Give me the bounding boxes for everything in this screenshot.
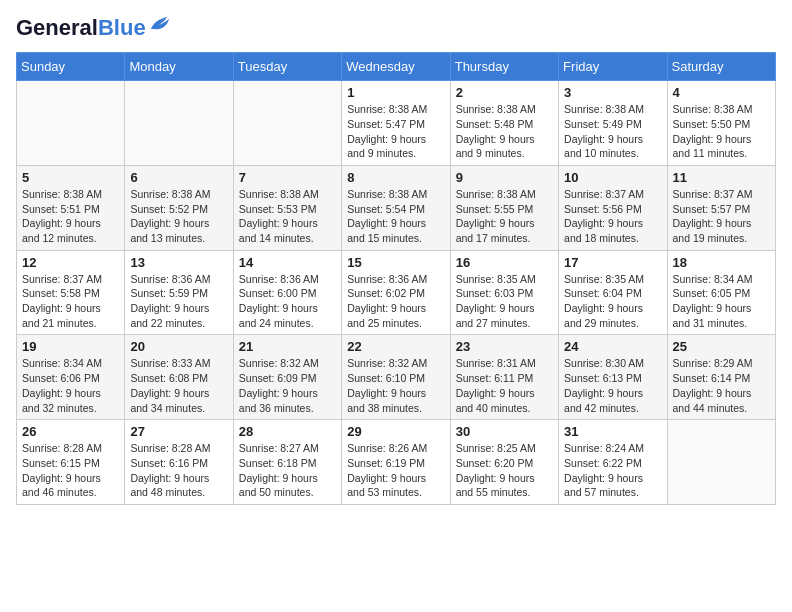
weekday-header: Sunday <box>17 53 125 81</box>
day-number: 19 <box>22 339 119 354</box>
calendar-cell: 8Sunrise: 8:38 AMSunset: 5:54 PMDaylight… <box>342 165 450 250</box>
day-info: Sunrise: 8:31 AMSunset: 6:11 PMDaylight:… <box>456 356 553 415</box>
day-number: 11 <box>673 170 770 185</box>
day-info: Sunrise: 8:32 AMSunset: 6:09 PMDaylight:… <box>239 356 336 415</box>
page-header: GeneralBlue <box>16 16 776 40</box>
day-info: Sunrise: 8:24 AMSunset: 6:22 PMDaylight:… <box>564 441 661 500</box>
day-number: 25 <box>673 339 770 354</box>
day-number: 28 <box>239 424 336 439</box>
day-number: 3 <box>564 85 661 100</box>
calendar-week-row: 12Sunrise: 8:37 AMSunset: 5:58 PMDayligh… <box>17 250 776 335</box>
calendar-cell: 11Sunrise: 8:37 AMSunset: 5:57 PMDayligh… <box>667 165 775 250</box>
day-info: Sunrise: 8:35 AMSunset: 6:04 PMDaylight:… <box>564 272 661 331</box>
day-number: 27 <box>130 424 227 439</box>
calendar-cell: 13Sunrise: 8:36 AMSunset: 5:59 PMDayligh… <box>125 250 233 335</box>
day-number: 20 <box>130 339 227 354</box>
day-number: 10 <box>564 170 661 185</box>
calendar-week-row: 5Sunrise: 8:38 AMSunset: 5:51 PMDaylight… <box>17 165 776 250</box>
logo-bird-icon <box>149 15 171 33</box>
calendar-week-row: 19Sunrise: 8:34 AMSunset: 6:06 PMDayligh… <box>17 335 776 420</box>
calendar-cell: 10Sunrise: 8:37 AMSunset: 5:56 PMDayligh… <box>559 165 667 250</box>
day-number: 31 <box>564 424 661 439</box>
day-number: 7 <box>239 170 336 185</box>
calendar-cell: 18Sunrise: 8:34 AMSunset: 6:05 PMDayligh… <box>667 250 775 335</box>
day-info: Sunrise: 8:25 AMSunset: 6:20 PMDaylight:… <box>456 441 553 500</box>
day-number: 6 <box>130 170 227 185</box>
day-info: Sunrise: 8:38 AMSunset: 5:50 PMDaylight:… <box>673 102 770 161</box>
day-info: Sunrise: 8:28 AMSunset: 6:15 PMDaylight:… <box>22 441 119 500</box>
calendar-week-row: 1Sunrise: 8:38 AMSunset: 5:47 PMDaylight… <box>17 81 776 166</box>
day-number: 9 <box>456 170 553 185</box>
calendar-table: SundayMondayTuesdayWednesdayThursdayFrid… <box>16 52 776 505</box>
calendar-cell: 14Sunrise: 8:36 AMSunset: 6:00 PMDayligh… <box>233 250 341 335</box>
day-info: Sunrise: 8:37 AMSunset: 5:58 PMDaylight:… <box>22 272 119 331</box>
day-number: 22 <box>347 339 444 354</box>
calendar-cell: 9Sunrise: 8:38 AMSunset: 5:55 PMDaylight… <box>450 165 558 250</box>
day-info: Sunrise: 8:38 AMSunset: 5:55 PMDaylight:… <box>456 187 553 246</box>
calendar-cell: 1Sunrise: 8:38 AMSunset: 5:47 PMDaylight… <box>342 81 450 166</box>
day-number: 16 <box>456 255 553 270</box>
day-info: Sunrise: 8:38 AMSunset: 5:54 PMDaylight:… <box>347 187 444 246</box>
calendar-cell: 2Sunrise: 8:38 AMSunset: 5:48 PMDaylight… <box>450 81 558 166</box>
weekday-header: Saturday <box>667 53 775 81</box>
weekday-header: Wednesday <box>342 53 450 81</box>
day-info: Sunrise: 8:36 AMSunset: 6:00 PMDaylight:… <box>239 272 336 331</box>
calendar-cell: 12Sunrise: 8:37 AMSunset: 5:58 PMDayligh… <box>17 250 125 335</box>
calendar-cell: 16Sunrise: 8:35 AMSunset: 6:03 PMDayligh… <box>450 250 558 335</box>
day-info: Sunrise: 8:38 AMSunset: 5:51 PMDaylight:… <box>22 187 119 246</box>
day-info: Sunrise: 8:29 AMSunset: 6:14 PMDaylight:… <box>673 356 770 415</box>
day-info: Sunrise: 8:38 AMSunset: 5:49 PMDaylight:… <box>564 102 661 161</box>
calendar-cell: 15Sunrise: 8:36 AMSunset: 6:02 PMDayligh… <box>342 250 450 335</box>
day-info: Sunrise: 8:33 AMSunset: 6:08 PMDaylight:… <box>130 356 227 415</box>
day-number: 23 <box>456 339 553 354</box>
day-number: 29 <box>347 424 444 439</box>
day-number: 30 <box>456 424 553 439</box>
day-info: Sunrise: 8:34 AMSunset: 6:05 PMDaylight:… <box>673 272 770 331</box>
day-info: Sunrise: 8:37 AMSunset: 5:57 PMDaylight:… <box>673 187 770 246</box>
day-number: 17 <box>564 255 661 270</box>
day-info: Sunrise: 8:36 AMSunset: 6:02 PMDaylight:… <box>347 272 444 331</box>
day-number: 21 <box>239 339 336 354</box>
day-info: Sunrise: 8:30 AMSunset: 6:13 PMDaylight:… <box>564 356 661 415</box>
day-info: Sunrise: 8:26 AMSunset: 6:19 PMDaylight:… <box>347 441 444 500</box>
calendar-cell: 17Sunrise: 8:35 AMSunset: 6:04 PMDayligh… <box>559 250 667 335</box>
calendar-cell: 30Sunrise: 8:25 AMSunset: 6:20 PMDayligh… <box>450 420 558 505</box>
calendar-week-row: 26Sunrise: 8:28 AMSunset: 6:15 PMDayligh… <box>17 420 776 505</box>
day-info: Sunrise: 8:27 AMSunset: 6:18 PMDaylight:… <box>239 441 336 500</box>
day-number: 2 <box>456 85 553 100</box>
calendar-cell: 20Sunrise: 8:33 AMSunset: 6:08 PMDayligh… <box>125 335 233 420</box>
day-number: 13 <box>130 255 227 270</box>
calendar-cell: 7Sunrise: 8:38 AMSunset: 5:53 PMDaylight… <box>233 165 341 250</box>
day-info: Sunrise: 8:38 AMSunset: 5:53 PMDaylight:… <box>239 187 336 246</box>
day-number: 24 <box>564 339 661 354</box>
day-number: 26 <box>22 424 119 439</box>
calendar-cell: 31Sunrise: 8:24 AMSunset: 6:22 PMDayligh… <box>559 420 667 505</box>
calendar-cell <box>233 81 341 166</box>
day-number: 12 <box>22 255 119 270</box>
weekday-header: Monday <box>125 53 233 81</box>
calendar-cell <box>125 81 233 166</box>
calendar-cell: 3Sunrise: 8:38 AMSunset: 5:49 PMDaylight… <box>559 81 667 166</box>
day-info: Sunrise: 8:38 AMSunset: 5:48 PMDaylight:… <box>456 102 553 161</box>
day-info: Sunrise: 8:38 AMSunset: 5:47 PMDaylight:… <box>347 102 444 161</box>
day-info: Sunrise: 8:36 AMSunset: 5:59 PMDaylight:… <box>130 272 227 331</box>
calendar-cell: 22Sunrise: 8:32 AMSunset: 6:10 PMDayligh… <box>342 335 450 420</box>
calendar-cell: 4Sunrise: 8:38 AMSunset: 5:50 PMDaylight… <box>667 81 775 166</box>
calendar-cell: 29Sunrise: 8:26 AMSunset: 6:19 PMDayligh… <box>342 420 450 505</box>
day-info: Sunrise: 8:34 AMSunset: 6:06 PMDaylight:… <box>22 356 119 415</box>
calendar-cell: 5Sunrise: 8:38 AMSunset: 5:51 PMDaylight… <box>17 165 125 250</box>
weekday-header-row: SundayMondayTuesdayWednesdayThursdayFrid… <box>17 53 776 81</box>
logo-text: GeneralBlue <box>16 16 146 40</box>
day-info: Sunrise: 8:32 AMSunset: 6:10 PMDaylight:… <box>347 356 444 415</box>
calendar-cell <box>17 81 125 166</box>
calendar-cell: 23Sunrise: 8:31 AMSunset: 6:11 PMDayligh… <box>450 335 558 420</box>
logo: GeneralBlue <box>16 16 171 40</box>
calendar-cell: 19Sunrise: 8:34 AMSunset: 6:06 PMDayligh… <box>17 335 125 420</box>
calendar-cell: 26Sunrise: 8:28 AMSunset: 6:15 PMDayligh… <box>17 420 125 505</box>
day-info: Sunrise: 8:38 AMSunset: 5:52 PMDaylight:… <box>130 187 227 246</box>
day-number: 8 <box>347 170 444 185</box>
day-number: 1 <box>347 85 444 100</box>
calendar-cell: 21Sunrise: 8:32 AMSunset: 6:09 PMDayligh… <box>233 335 341 420</box>
calendar-cell: 6Sunrise: 8:38 AMSunset: 5:52 PMDaylight… <box>125 165 233 250</box>
calendar-cell <box>667 420 775 505</box>
